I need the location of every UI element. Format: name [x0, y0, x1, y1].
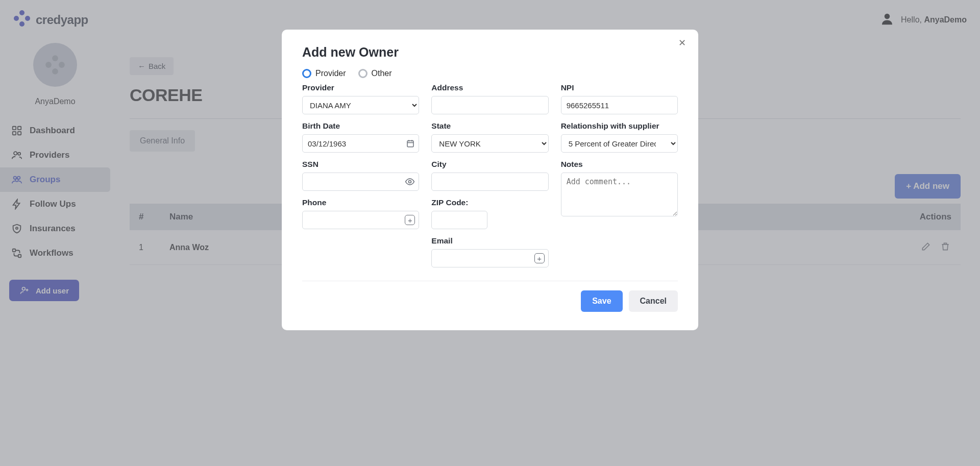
modal-title: Add new Owner	[302, 45, 678, 60]
relationship-select[interactable]: 5 Percent of Greater Direc	[561, 134, 678, 153]
divider	[302, 281, 678, 281]
field-birth-date: Birth Date	[302, 121, 419, 153]
field-npi: NPI	[561, 83, 678, 114]
state-select[interactable]: NEW YORK	[431, 134, 548, 153]
address-input[interactable]	[431, 96, 548, 114]
add-email-icon[interactable]: +	[534, 253, 545, 263]
field-city: City	[431, 160, 548, 191]
owner-type-radio-group: Provider Other	[302, 69, 678, 78]
field-zip: ZIP Code:	[431, 198, 548, 229]
save-button[interactable]: Save	[581, 290, 622, 312]
modal-overlay: ✕ Add new Owner Provider Other Provider …	[0, 0, 980, 466]
radio-icon	[302, 69, 311, 78]
radio-provider[interactable]: Provider	[302, 69, 346, 78]
field-address: Address	[431, 83, 548, 114]
radio-icon	[358, 69, 368, 78]
field-state: State NEW YORK	[431, 121, 548, 153]
notes-textarea[interactable]	[561, 173, 678, 216]
field-notes: Notes	[561, 160, 678, 229]
field-relationship: Relationship with supplier 5 Percent of …	[561, 121, 678, 153]
city-input[interactable]	[431, 173, 548, 191]
svg-rect-23	[407, 141, 413, 147]
email-input[interactable]	[431, 249, 548, 267]
svg-point-24	[409, 181, 411, 183]
calendar-icon[interactable]	[406, 139, 415, 148]
field-phone: Phone +	[302, 198, 419, 229]
field-ssn: SSN	[302, 160, 419, 191]
field-email: Email +	[431, 236, 548, 267]
add-phone-icon[interactable]: +	[405, 215, 415, 225]
radio-other[interactable]: Other	[358, 69, 392, 78]
ssn-input[interactable]	[302, 173, 419, 191]
provider-select[interactable]: DIANA AMY	[302, 96, 419, 114]
eye-icon[interactable]	[405, 177, 415, 187]
cancel-button[interactable]: Cancel	[629, 290, 678, 312]
phone-input[interactable]	[302, 211, 419, 229]
zip-input[interactable]	[431, 211, 487, 229]
npi-input[interactable]	[561, 96, 678, 114]
close-button[interactable]: ✕	[675, 37, 689, 49]
birth-date-input[interactable]	[302, 134, 419, 153]
field-provider: Provider DIANA AMY	[302, 83, 419, 114]
add-owner-modal: ✕ Add new Owner Provider Other Provider …	[282, 30, 698, 330]
close-icon: ✕	[678, 38, 686, 48]
